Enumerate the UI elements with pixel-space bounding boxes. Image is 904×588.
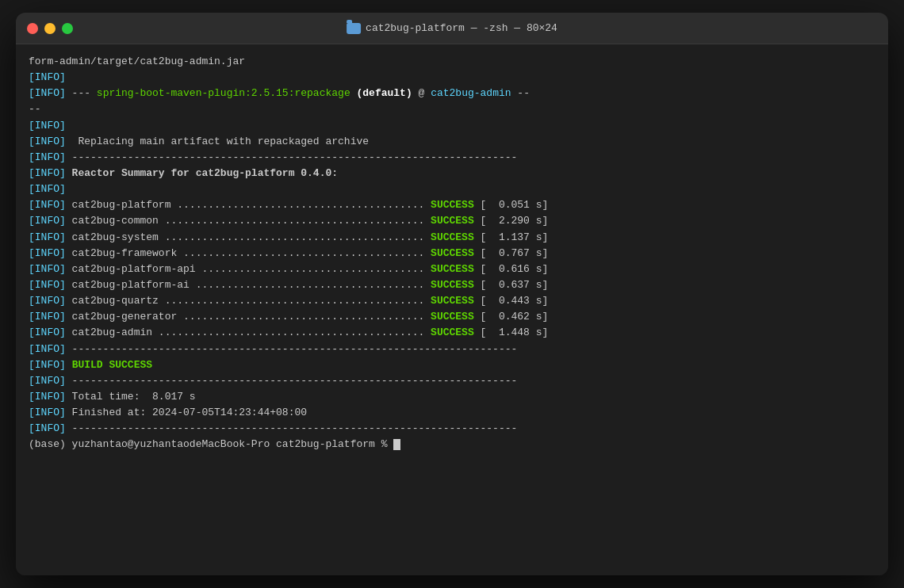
line-16: [INFO] cat2bug-quartz ..................… xyxy=(29,293,875,309)
line-9: [INFO] xyxy=(29,181,875,197)
line-18: [INFO] cat2bug-admin ...................… xyxy=(29,325,875,341)
line-3: [INFO] --- spring-boot-maven-plugin:2.5.… xyxy=(29,86,875,101)
folder-icon xyxy=(347,23,361,34)
line-8: [INFO] Reactor Summary for cat2bug-platf… xyxy=(29,166,875,181)
prompt-line: (base) yuzhantao@yuzhantaodeMacBook-Pro … xyxy=(29,437,875,452)
line-21: [INFO] ---------------------------------… xyxy=(29,373,875,389)
line-10: [INFO] cat2bug-platform ................… xyxy=(29,197,875,213)
line-20: [INFO] BUILD SUCCESS xyxy=(29,357,875,373)
title-label: cat2bug-platform — -zsh — 80×24 xyxy=(366,22,557,34)
line-11: [INFO] cat2bug-common ..................… xyxy=(29,213,875,229)
terminal-cursor xyxy=(393,439,400,450)
minimize-button[interactable] xyxy=(44,23,56,34)
maximize-button[interactable] xyxy=(62,23,73,34)
terminal-window: cat2bug-platform — -zsh — 80×24 form-adm… xyxy=(16,13,888,575)
line-15: [INFO] cat2bug-platform-ai .............… xyxy=(29,277,875,293)
window-title: cat2bug-platform — -zsh — 80×24 xyxy=(347,22,557,34)
line-13: [INFO] cat2bug-framework ...............… xyxy=(29,246,875,262)
line-5: [INFO] xyxy=(29,118,875,134)
traffic-lights xyxy=(27,23,73,34)
line-4: -- xyxy=(29,101,875,117)
line-23: [INFO] Finished at: 2024-07-05T14:23:44+… xyxy=(29,405,875,421)
terminal-body[interactable]: form-admin/target/cat2bug-admin.jar [INF… xyxy=(16,44,888,575)
line-12: [INFO] cat2bug-system ..................… xyxy=(29,230,875,246)
line-19: [INFO] ---------------------------------… xyxy=(29,342,875,357)
line-14: [INFO] cat2bug-platform-api ............… xyxy=(29,262,875,277)
line-2: [INFO] xyxy=(29,70,875,86)
line-7: [INFO] ---------------------------------… xyxy=(29,150,875,166)
line-24: [INFO] ---------------------------------… xyxy=(29,421,875,437)
line-22: [INFO] Total time: 8.017 s xyxy=(29,389,875,405)
line-6: [INFO] Replacing main artifact with repa… xyxy=(29,134,875,150)
close-button[interactable] xyxy=(27,23,38,34)
line-1: form-admin/target/cat2bug-admin.jar xyxy=(29,54,875,70)
prompt-text: (base) yuzhantao@yuzhantaodeMacBook-Pro … xyxy=(29,438,387,450)
line-17: [INFO] cat2bug-generator ...............… xyxy=(29,309,875,325)
titlebar: cat2bug-platform — -zsh — 80×24 xyxy=(16,13,888,44)
